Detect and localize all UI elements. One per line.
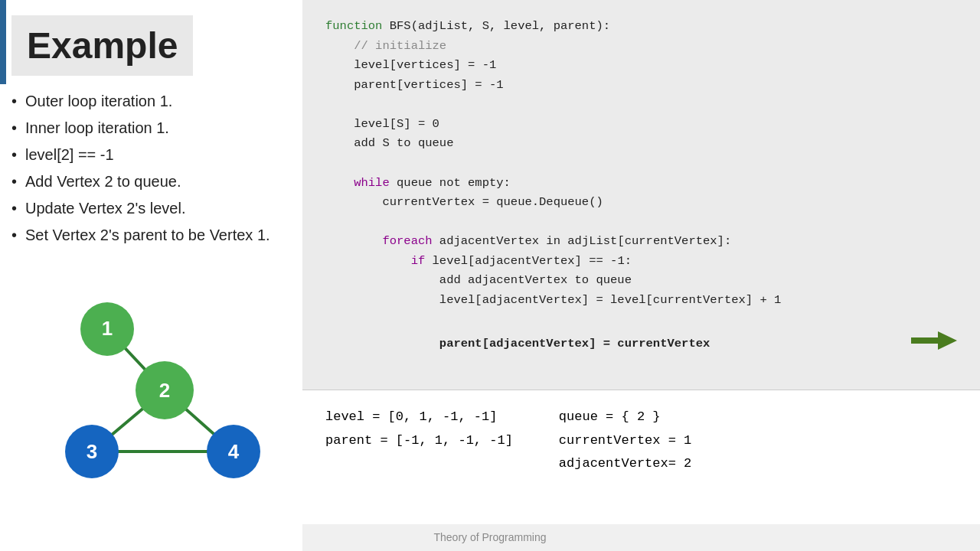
- code-line-10: currentVertex = queue.Dequeue(): [325, 193, 957, 213]
- accent-bar: [0, 0, 6, 84]
- queue-row: queue = { 2 }: [559, 406, 691, 429]
- code-line-7: add S to queue: [325, 134, 957, 154]
- code-line-9: while queue not empty:: [325, 174, 957, 194]
- code-line-14: add adjacentVertex to queue: [325, 271, 957, 291]
- level-label: level: [325, 409, 372, 424]
- queue-value: = { 2 }: [606, 409, 660, 424]
- code-line-1: function BFS(adjList, S, level, parent):: [325, 17, 957, 37]
- data-right: queue = { 2 } currentVertex = 1 adjacent…: [559, 406, 691, 517]
- current-label: currentVertex: [559, 433, 668, 448]
- bullet-item-3: level[2] == -1: [11, 145, 283, 165]
- adjacent-label: adjacentVertex: [559, 456, 668, 471]
- data-block: level = [0, 1, -1, -1] parent = [-1, 1, …: [302, 390, 980, 524]
- parent-label: parent: [325, 433, 380, 448]
- title-box: Example: [11, 15, 193, 76]
- current-value: = 1: [668, 433, 692, 448]
- code-line-3: level[vertices] = -1: [325, 56, 957, 76]
- bullet-item-4: Add Vertex 2 to queue.: [11, 171, 283, 192]
- code-line-13: if level[adjacentVertex] == -1:: [325, 252, 957, 272]
- adjacent-row: adjacentVertex= 2: [559, 452, 691, 476]
- arrow-indicator: [851, 310, 957, 378]
- adjacent-value: = 2: [668, 456, 692, 471]
- bullet-item-2: Inner loop iteration 1.: [11, 118, 283, 139]
- current-vertex-row: currentVertex = 1: [559, 429, 691, 453]
- code-line-11: [325, 213, 957, 233]
- code-line-5: [325, 95, 957, 115]
- code-line-16: parent[adjacentVertex] = currentVertex: [325, 310, 957, 378]
- bullet-list: Outer loop iteration 1. Inner loop itera…: [11, 91, 283, 246]
- bullet-item-6: Set Vertex 2's parent to be Vertex 1.: [11, 225, 283, 246]
- highlighted-line: parent[adjacentVertex] = currentVertex: [325, 334, 710, 354]
- bullet-item-1: Outer loop iteration 1.: [11, 91, 283, 112]
- code-block: function BFS(adjList, S, level, parent):…: [302, 0, 980, 390]
- footer-text: Theory of Programming: [433, 531, 546, 543]
- graph-svg: 1 2 3 4: [23, 283, 268, 490]
- code-line-2: // initialize: [325, 37, 957, 57]
- node-4-label: 4: [228, 440, 240, 463]
- code-line-15: level[adjacentVertex] = level[currentVer…: [325, 291, 957, 311]
- code-line-8: [325, 154, 957, 174]
- node-3-label: 3: [87, 440, 97, 463]
- code-line-12: foreach adjacentVertex in adjList[curren…: [325, 232, 957, 252]
- parent-row: parent = [-1, 1, -1, -1]: [325, 429, 513, 453]
- node-2-label: 2: [159, 379, 170, 402]
- parent-value: = [-1, 1, -1, -1]: [380, 433, 512, 448]
- right-panel: function BFS(adjList, S, level, parent):…: [302, 0, 980, 551]
- node-1-label: 1: [102, 317, 113, 340]
- code-line-4: parent[vertices] = -1: [325, 76, 957, 96]
- level-row: level = [0, 1, -1, -1]: [325, 406, 513, 429]
- footer: Theory of Programming: [0, 531, 980, 543]
- data-left: level = [0, 1, -1, -1] parent = [-1, 1, …: [325, 406, 513, 517]
- left-panel: Example Outer loop iteration 1. Inner lo…: [0, 0, 299, 551]
- graph-area: 1 2 3 4: [23, 283, 268, 497]
- slide-title: Example: [27, 25, 178, 66]
- queue-label: queue: [559, 409, 606, 424]
- code-line-6: level[S] = 0: [325, 115, 957, 135]
- svg-marker-0: [911, 331, 957, 350]
- bullet-item-5: Update Vertex 2's level.: [11, 198, 283, 219]
- level-value: = [0, 1, -1, -1]: [372, 409, 497, 424]
